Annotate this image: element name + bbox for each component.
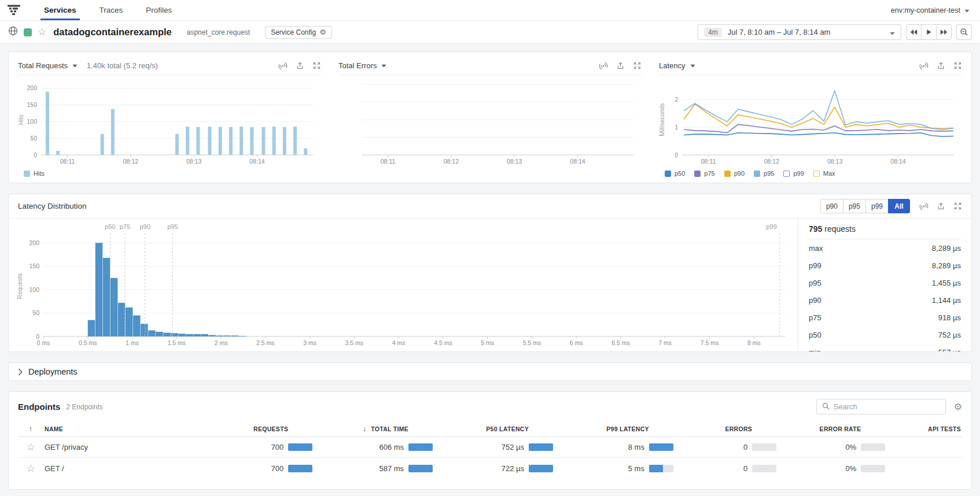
metric-bar [861, 465, 885, 472]
legend-swatch [665, 171, 671, 177]
search-input[interactable] [834, 402, 940, 411]
svg-text:1: 1 [675, 124, 678, 131]
column-header-p99[interactable]: P99 LATENCY [559, 425, 679, 432]
star-icon[interactable]: ☆ [38, 27, 46, 37]
latency-distribution-header: Latency Distribution p90p95p99All [9, 194, 971, 219]
column-header-p50[interactable]: P50 LATENCY [439, 425, 559, 432]
star-icon[interactable]: ☆ [26, 442, 35, 453]
column-label: ERROR RATE [820, 425, 861, 432]
svg-text:1 ms: 1 ms [126, 339, 139, 346]
legend-swatch [724, 171, 731, 177]
caret-down-icon[interactable] [72, 64, 78, 68]
column-label: TOTAL TIME [371, 425, 408, 432]
stat-value: 918 µs [938, 313, 961, 322]
latency-histogram: 0501001502000 ms0.5 ms1 ms1.5 ms2 ms2.5 … [9, 219, 798, 351]
export-icon[interactable] [616, 61, 625, 71]
svg-text:08:14: 08:14 [570, 158, 585, 165]
export-icon[interactable] [937, 61, 945, 71]
legend-item-hits[interactable]: Hits [24, 170, 45, 177]
latency-distribution-body: 0501001502000 ms0.5 ms1 ms1.5 ms2 ms2.5 … [9, 219, 971, 351]
legend-item-p50[interactable]: p50 [665, 170, 685, 177]
legend-item-p99[interactable]: p99 [783, 170, 804, 177]
cell-p99: 5 ms [559, 464, 679, 473]
legend-item-max[interactable]: Max [813, 170, 835, 177]
caret-down-icon[interactable] [690, 64, 695, 68]
legend-swatch [813, 171, 820, 177]
total_errors-chart[interactable]: 08:1108:1208:1308:14 [338, 79, 639, 166]
fullscreen-icon[interactable] [953, 61, 962, 71]
latency-distribution-chart[interactable]: 0501001502000 ms0.5 ms1 ms1.5 ms2 ms2.5 … [17, 222, 790, 348]
endpoints-header: Endpoints 2 Endpoints ⚙ [18, 399, 962, 414]
time-range-picker[interactable]: 4m Jul 7, 8:10 am – Jul 7, 8:14 am [698, 24, 901, 40]
tab-traces[interactable]: Traces [88, 0, 135, 20]
column-header-total_time[interactable]: ↓TOTAL TIME [318, 425, 439, 433]
legend-label: p50 [675, 170, 685, 177]
tab-profiles[interactable]: Profiles [134, 0, 183, 20]
chart-panel-total_requests: Total Requests1.40k total (5.2 req/s)050… [18, 57, 321, 178]
column-header-errors[interactable]: ERRORS [679, 425, 782, 432]
metric-bar [649, 443, 673, 451]
metric-bar [288, 465, 312, 472]
chart-panel-total_errors: Total Errors08:1108:1208:1308:14 [338, 57, 642, 178]
search-icon [822, 402, 830, 412]
skip-back-icon[interactable] [906, 24, 922, 40]
percentile-button-p99[interactable]: p99 [865, 199, 889, 213]
export-icon[interactable] [296, 61, 304, 71]
latency-chart[interactable]: 01208:1108:1208:1308:14Milliseconds [659, 79, 960, 166]
watchdog-icon[interactable] [278, 61, 288, 71]
cell-value: 722 µs [502, 464, 524, 473]
table-row[interactable]: ☆GET /privacy700606 ms752 µs8 ms00% [18, 437, 962, 458]
cell-value: 0 [743, 443, 747, 451]
svg-text:p99: p99 [766, 223, 776, 230]
cell-value: 0 [743, 464, 747, 473]
cell-errors: 0 [679, 443, 782, 451]
percentile-button-p90[interactable]: p90 [820, 199, 843, 213]
percentile-button-all[interactable]: All [888, 199, 910, 213]
legend-swatch [783, 171, 790, 177]
total_requests-chart[interactable]: 05010015020008:1108:1208:1308:14Hits [18, 79, 319, 166]
export-icon[interactable] [937, 202, 945, 211]
time-range-text: Jul 7, 8:10 am – Jul 7, 8:14 am [728, 28, 884, 36]
play-icon[interactable] [921, 24, 937, 40]
percentile-button-p95[interactable]: p95 [843, 199, 866, 213]
deployments-section[interactable]: Deployments [8, 362, 972, 381]
watchdog-icon[interactable] [919, 202, 929, 211]
caret-down-icon[interactable] [381, 64, 386, 68]
table-row[interactable]: ☆GET /700587 ms722 µs5 ms00% [18, 458, 962, 479]
star-icon[interactable]: ☆ [26, 463, 35, 474]
watchdog-icon[interactable] [919, 61, 929, 71]
svg-text:2: 2 [675, 96, 678, 103]
stat-label: p95 [809, 279, 821, 287]
column-header-name[interactable]: NAME [43, 425, 209, 432]
column-header-api_tests[interactable]: API TESTS [891, 425, 962, 432]
watchdog-icon[interactable] [599, 61, 608, 71]
service-config-button[interactable]: Service Config ⚙ [265, 26, 332, 39]
skip-forward-icon[interactable] [936, 24, 952, 40]
legend-item-p90[interactable]: p90 [724, 170, 745, 177]
stat-row-p75: p75918 µs [809, 309, 961, 326]
stat-row-p95: p951,455 µs [809, 274, 961, 291]
column-header-requests[interactable]: REQUESTS [209, 425, 318, 432]
column-header-error_rate[interactable]: ERROR RATE [782, 425, 891, 432]
svg-text:7.5 ms: 7.5 ms [701, 339, 719, 346]
gear-icon[interactable]: ⚙ [954, 402, 962, 412]
zoom-out-icon[interactable] [956, 24, 972, 40]
nav-menu-icon[interactable] [7, 0, 27, 20]
fullscreen-icon[interactable] [312, 61, 321, 71]
stat-label: p50 [809, 331, 821, 339]
tab-services[interactable]: Services [32, 0, 88, 20]
stat-label: max [809, 244, 823, 253]
cell-requests: 700 [209, 443, 318, 451]
cell-value: 587 ms [379, 464, 404, 473]
cell-value: 700 [271, 464, 284, 473]
sort-asc-icon[interactable]: ↑ [18, 425, 43, 433]
endpoints-search[interactable] [816, 399, 946, 414]
column-label: REQUESTS [253, 425, 288, 432]
legend-item-p75[interactable]: p75 [694, 170, 714, 177]
legend-item-p95[interactable]: p95 [754, 170, 774, 177]
env-selector[interactable]: env:my-container-test [891, 0, 970, 20]
fullscreen-icon[interactable] [953, 202, 962, 211]
legend-label: p90 [734, 170, 745, 177]
stat-label: min [809, 348, 821, 352]
fullscreen-icon[interactable] [633, 61, 642, 71]
